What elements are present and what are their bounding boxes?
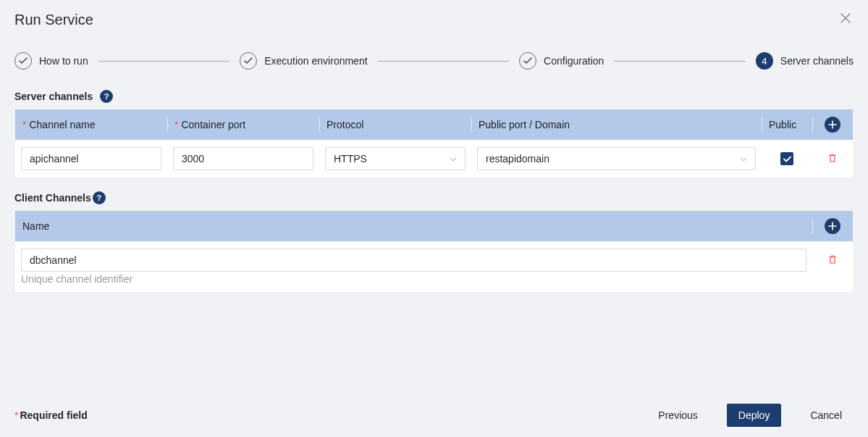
col-label: Channel name — [29, 119, 95, 130]
add-server-channel-button[interactable] — [825, 117, 840, 133]
col-name: Name — [15, 211, 812, 241]
col-label: Container port — [181, 119, 245, 130]
previous-button[interactable]: Previous — [646, 404, 709, 427]
check-icon — [519, 52, 536, 70]
col-label: Name — [22, 220, 49, 232]
required-star: * — [22, 119, 26, 130]
help-icon[interactable]: ? — [100, 90, 113, 103]
delete-icon[interactable] — [827, 254, 838, 267]
server-channels-title: Server channels — [14, 91, 93, 102]
col-label: Public port / Domain — [479, 119, 570, 130]
col-label: Protocol — [326, 119, 363, 130]
step-label: Configuration — [544, 55, 604, 67]
check-icon — [14, 52, 32, 70]
required-star: * — [14, 409, 18, 421]
col-container-port: * Container port — [167, 109, 319, 140]
step-label: Server channels — [780, 55, 854, 67]
channel-name-input[interactable] — [21, 147, 161, 170]
protocol-select[interactable]: HTTPS — [325, 147, 465, 170]
col-add — [812, 109, 853, 140]
required-field-note: *Required field — [14, 409, 88, 421]
server-channels-table: * Channel name * Container port Protocol… — [14, 109, 854, 178]
client-channels-table: Name Unique channel identifier — [14, 210, 854, 293]
step-label: Execution environment — [264, 55, 367, 67]
col-channel-name: * Channel name — [15, 109, 167, 140]
step-how-to-run[interactable]: How to run — [14, 52, 88, 70]
table-row — [15, 241, 853, 272]
select-value: restapidomain — [486, 153, 549, 165]
dialog-title: Run Service — [14, 12, 93, 28]
domain-select[interactable]: restapidomain — [477, 147, 756, 170]
help-icon[interactable]: ? — [93, 191, 106, 204]
check-icon — [240, 52, 257, 70]
col-label: Public — [769, 119, 796, 130]
chevron-down-icon — [450, 154, 457, 163]
step-label: How to run — [39, 55, 88, 67]
step-execution-environment[interactable]: Execution environment — [240, 52, 367, 70]
client-channel-name-input[interactable] — [21, 249, 806, 272]
step-divider — [614, 61, 745, 62]
container-port-input[interactable] — [173, 147, 313, 170]
add-client-channel-button[interactable] — [825, 218, 840, 234]
deploy-button[interactable]: Deploy — [727, 404, 782, 427]
client-channels-title: Client Channels — [14, 192, 91, 204]
step-server-channels[interactable]: 4 Server channels — [756, 52, 854, 70]
client-channel-hint: Unique channel identifier — [15, 272, 853, 292]
delete-icon[interactable] — [827, 153, 838, 165]
select-value: HTTPS — [334, 153, 367, 165]
required-star: * — [174, 119, 178, 130]
public-checkbox[interactable] — [780, 152, 793, 165]
col-protocol: Protocol — [319, 109, 471, 140]
step-configuration[interactable]: Configuration — [519, 52, 604, 70]
step-number-icon: 4 — [756, 52, 773, 70]
close-icon[interactable] — [838, 10, 854, 29]
col-public-port-domain: Public port / Domain — [471, 109, 762, 140]
stepper: How to run Execution environment Configu… — [0, 35, 868, 90]
table-row: HTTPS restapidomain — [15, 140, 853, 178]
col-public: Public — [762, 109, 812, 140]
step-divider — [378, 61, 509, 62]
col-add — [812, 211, 853, 241]
step-divider — [98, 61, 229, 62]
chevron-down-icon — [740, 154, 747, 163]
required-field-label: Required field — [20, 409, 87, 421]
cancel-button[interactable]: Cancel — [799, 404, 854, 427]
